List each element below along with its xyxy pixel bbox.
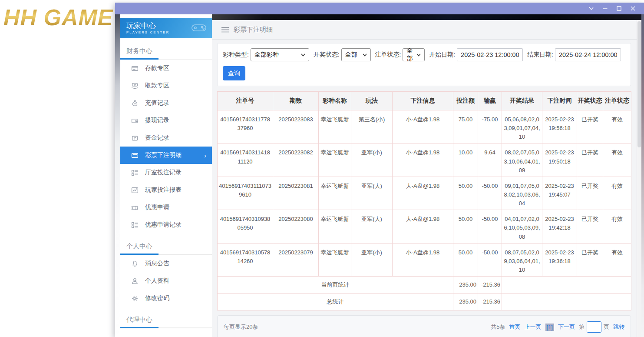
- cell-bet-time: 2025-02-23 19:42:18: [542, 210, 577, 243]
- table-row: 40156917403111073961020250223081幸运飞艇新亚军(…: [218, 177, 631, 210]
- scrollbar[interactable]: [637, 20, 641, 337]
- cell-order-status: 有效: [603, 110, 631, 143]
- chevron-down-icon: [416, 53, 421, 57]
- cell-bet-time: 2025-02-23 19:45:07: [542, 177, 577, 210]
- sidebar-item-label: 资金记录: [145, 134, 169, 142]
- sidebar-item-hall-record[interactable]: 厅室投注记录: [120, 164, 212, 181]
- cell-order-status: 有效: [603, 243, 631, 276]
- cell-bet-amount: 10.00: [453, 143, 478, 177]
- summary-row: 当前页统计235.00-215.36: [218, 277, 631, 294]
- sidebar-section-label: 个人中心: [120, 238, 212, 254]
- cell-bet-info: 大-A盘@1.98: [393, 210, 453, 243]
- sidebar-item-withdraw-hand[interactable]: 取款专区: [120, 77, 212, 94]
- content-area: 彩票下注明细 彩种类型: 全部彩种 开奖状态: 全部: [212, 14, 641, 337]
- cell-draw-result: 05,06,08,02,03,09,01,07,04,10: [502, 110, 542, 143]
- sidebar-section-label: 代理中心: [120, 311, 212, 327]
- next-page-link[interactable]: 下一页: [558, 323, 575, 331]
- cell-draw-result: 08,02,07,05,03,10,06,04,01,09: [502, 143, 542, 177]
- order-status-value: 全部: [406, 47, 413, 63]
- sidebar-item-funds[interactable]: 资金记录: [120, 129, 212, 147]
- deposit-card-icon: [131, 65, 139, 72]
- bets-table-card: 注单号期数彩种名称玩法下注信息投注额输赢开奖结果下注时间开奖状态注单状态4015…: [217, 91, 631, 310]
- chevron-down-icon: [588, 6, 594, 11]
- table-row: 40156917403117783796020250223083幸运飞艇新第三名…: [218, 110, 631, 143]
- sidebar-item-bell[interactable]: 消息公告: [120, 255, 212, 272]
- cell-win-loss: -75.00: [478, 110, 502, 143]
- sidebar-item-label: 修改密码: [145, 294, 169, 302]
- cell-bet-amount: 75.00: [453, 110, 478, 143]
- first-page-link[interactable]: 首页: [509, 323, 521, 331]
- cell-bet-info: 小-A盘@1.98: [393, 243, 453, 276]
- jump-button[interactable]: 跳转: [613, 323, 624, 331]
- column-header: 彩种名称: [319, 92, 351, 110]
- sidebar-item-label: 彩票下注明细: [145, 151, 182, 159]
- sidebar-item-coupon[interactable]: 优惠申请: [120, 199, 212, 216]
- sidebar-item-deposit-card[interactable]: 存款专区: [120, 60, 212, 77]
- cell-win-loss: -50.00: [478, 210, 502, 243]
- cell-period: 20250223079: [273, 243, 319, 276]
- end-date-input[interactable]: [555, 48, 621, 61]
- sidebar-item-wallet[interactable]: 提现记录: [120, 112, 212, 129]
- summary-bet-total: 235.00: [453, 294, 478, 310]
- bell-icon: [131, 260, 139, 267]
- cell-period: 20250223082: [273, 143, 319, 177]
- cell-order-status: 有效: [603, 143, 631, 177]
- draw-status-select[interactable]: 全部: [341, 48, 371, 61]
- summary-empty-cell: [502, 294, 631, 310]
- close-icon: [630, 6, 636, 11]
- sidebar-item-moneybag[interactable]: 充值记录: [120, 94, 212, 112]
- cell-lottery-name: 幸运飞艇新: [319, 177, 351, 210]
- menu-toggle-icon[interactable]: [221, 27, 229, 33]
- cell-draw-result: 09,01,07,05,08,02,10,03,06,04: [502, 177, 542, 210]
- app-window: 玩家中心 PLAYERS CENTER 财务中心存款专区取款专区充值记录提现记录…: [115, 3, 644, 337]
- summary-winloss-total: -215.36: [478, 294, 502, 310]
- sidebar-header: 玩家中心 PLAYERS CENTER: [120, 18, 212, 38]
- cell-order-status: 有效: [603, 210, 631, 243]
- total-count-text: 共5条: [491, 323, 505, 331]
- cell-period: 20250223081: [273, 177, 319, 210]
- coupon-icon: [131, 204, 139, 211]
- jump-prefix-label: 第: [579, 323, 585, 331]
- window-collapse-button[interactable]: [584, 3, 598, 14]
- sidebar-item-user[interactable]: 个人资料: [120, 272, 212, 290]
- sidebar-item-lottery-detail[interactable]: 彩票下注明细›: [120, 147, 212, 164]
- draw-status-label: 开奖状态:: [314, 51, 340, 59]
- summary-empty-cell: [502, 277, 631, 294]
- current-page-indicator[interactable]: [1]: [545, 324, 554, 331]
- window-left-border: [115, 14, 120, 337]
- window-close-button[interactable]: [626, 3, 640, 14]
- sidebar-item-gear[interactable]: 修改密码: [120, 290, 212, 307]
- prev-page-link[interactable]: 上一页: [525, 323, 542, 331]
- sidebar-item-label: 取款专区: [145, 82, 169, 90]
- sidebar-item-coupon-record[interactable]: 优惠申请记录: [120, 216, 212, 234]
- minimize-icon: [602, 6, 608, 11]
- sidebar-item-label: 充值记录: [145, 99, 169, 107]
- page-title: 彩票下注明细: [234, 26, 273, 34]
- window-maximize-button[interactable]: [612, 3, 626, 14]
- cell-order-id: 401569174031141811120: [218, 143, 273, 177]
- cell-bet-amount: 50.00: [453, 243, 478, 276]
- window-minimize-button[interactable]: [598, 3, 612, 14]
- scrollbar-thumb[interactable]: [637, 21, 641, 147]
- order-status-select[interactable]: 全部: [403, 48, 425, 61]
- sidebar-section: 个人中心消息公告个人资料修改密码: [120, 238, 212, 307]
- cell-bet-info: 大-A盘@1.98: [393, 177, 453, 210]
- search-button[interactable]: 查询: [223, 66, 245, 80]
- table-row: 40156917403105781426020250223079幸运飞艇新亚军(…: [218, 243, 631, 276]
- draw-status-value: 全部: [345, 51, 357, 59]
- page-jump-input[interactable]: [587, 321, 601, 333]
- lottery-type-select[interactable]: 全部彩种: [251, 48, 309, 61]
- column-header: 期数: [273, 92, 319, 110]
- lottery-detail-icon: [131, 152, 139, 159]
- sidebar-item-label: 优惠申请记录: [145, 221, 182, 229]
- sidebar-item-label: 存款专区: [145, 64, 169, 72]
- column-header: 输赢: [478, 92, 502, 110]
- coupon-record-icon: [131, 221, 139, 229]
- cell-draw-status: 已开奖: [577, 110, 603, 143]
- filter-panel: 彩种类型: 全部彩种 开奖状态: 全部 注单状态: 全部: [217, 43, 631, 86]
- sidebar-item-report[interactable]: 玩家投注报表: [120, 181, 212, 199]
- summary-label: 总统计: [218, 294, 453, 310]
- table-row: 40156917403114181112020250223082幸运飞艇新亚军(…: [218, 143, 631, 177]
- start-date-input[interactable]: [457, 48, 523, 61]
- column-header: 玩法: [351, 92, 393, 110]
